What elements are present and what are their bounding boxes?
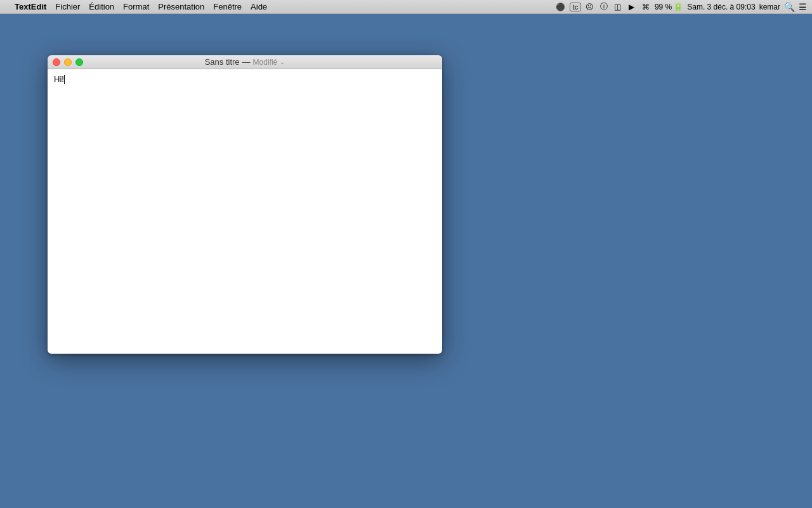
accessibility-icon[interactable]: ☹ [585, 2, 595, 12]
titlebar: Sans titre — Modifié ⌄ [48, 55, 442, 69]
close-button[interactable] [53, 58, 60, 66]
window-title-area: Sans titre — Modifié ⌄ [205, 57, 285, 67]
document-content: Hi! [54, 74, 64, 84]
siri-icon[interactable]: ⚫ [556, 2, 566, 12]
window-title: Sans titre [205, 57, 240, 67]
username: kemar [759, 3, 780, 11]
battery-percent: 99 % [655, 3, 672, 11]
menu-format[interactable]: Format [119, 1, 154, 12]
menu-fenetre[interactable]: Fenêtre [209, 1, 246, 12]
battery-status: 99 % 🔋 [655, 2, 683, 11]
minimize-button[interactable] [64, 58, 72, 66]
datetime: Sam. 3 déc. à 09:03 [687, 3, 755, 11]
text-editor-area[interactable]: Hi! [48, 69, 442, 354]
window-modified-label: Modifié [253, 58, 278, 67]
menu-presentation[interactable]: Présentation [154, 1, 209, 12]
window-title-separator: — [242, 57, 251, 67]
text-icon[interactable]: tc [570, 3, 581, 11]
maximize-button[interactable] [75, 58, 83, 66]
desktop: Sans titre — Modifié ⌄ Hi! [0, 14, 812, 508]
menu-textedit[interactable]: TextEdit [10, 1, 51, 12]
notification-center-icon[interactable]: ☰ [799, 2, 807, 12]
chevron-down-icon[interactable]: ⌄ [280, 58, 285, 65]
info-icon[interactable]: ⓘ [599, 2, 609, 12]
display-icon[interactable]: ◫ [613, 2, 623, 12]
menubar-right: ⚫ tc ☹ ⓘ ◫ ▶ ⌘ 99 % 🔋 Sam. 3 déc. à 09:0… [556, 2, 807, 12]
battery-icon: 🔋 [673, 2, 683, 11]
menu-fichier[interactable]: Fichier [51, 1, 84, 12]
menu-aide[interactable]: Aide [246, 1, 272, 12]
textedit-window: Sans titre — Modifié ⌄ Hi! [48, 55, 442, 354]
window-controls [53, 58, 83, 66]
wifi-icon[interactable]: ⌘ [641, 2, 651, 12]
text-cursor [64, 75, 65, 84]
menubar: TextEdit Fichier Édition Format Présenta… [0, 0, 812, 14]
play-icon[interactable]: ▶ [627, 2, 637, 12]
menu-edition[interactable]: Édition [84, 1, 119, 12]
search-icon[interactable]: 🔍 [784, 2, 795, 12]
